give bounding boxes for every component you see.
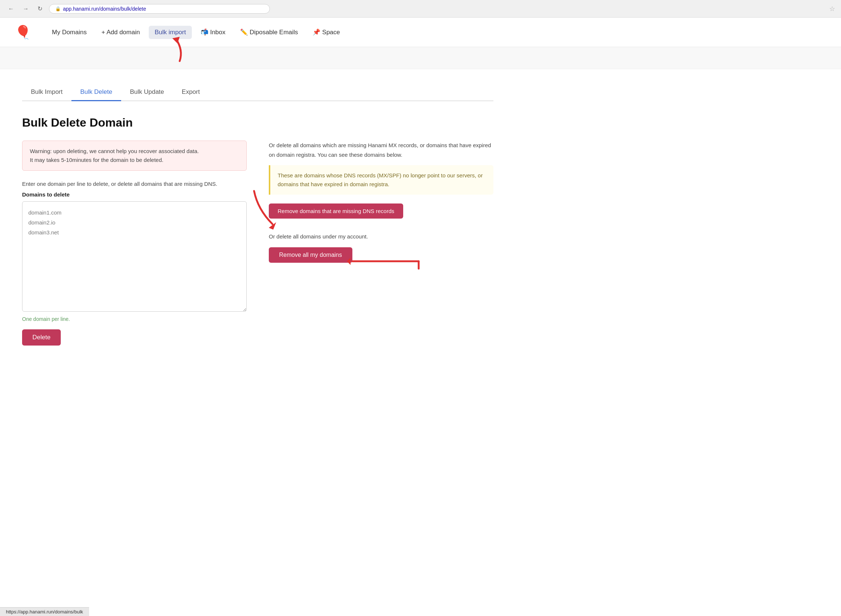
remove-all-arrow — [345, 250, 426, 272]
logo: 🎈 — [15, 26, 31, 39]
address-bar[interactable]: 🔒 app.hanami.run/domains/bulk/delete — [49, 4, 270, 14]
remove-all-button[interactable]: Remove all my domains — [269, 247, 352, 263]
refresh-button[interactable]: ↻ — [35, 4, 44, 14]
warning-box: Warning: upon deleting, we cannot help y… — [22, 141, 247, 171]
tab-bulk-update[interactable]: Bulk Update — [121, 84, 173, 101]
browser-chrome: ← → ↻ 🔒 app.hanami.run/domains/bulk/dele… — [0, 0, 841, 18]
star-button[interactable]: ☆ — [829, 5, 835, 13]
arrow-spacer — [0, 47, 841, 69]
nav-item-add-domain[interactable]: + Add domain — [96, 26, 146, 39]
tab-bulk-import[interactable]: Bulk Import — [22, 84, 71, 101]
svg-marker-1 — [269, 222, 276, 230]
address-text: app.hanami.run/domains/bulk/delete — [63, 6, 146, 12]
page-title: Bulk Delete Domain — [22, 116, 493, 129]
or-delete-all-text: Or delete all domains under my account. — [269, 232, 493, 241]
yellow-info-box: These are domains whose DNS records (MX/… — [269, 165, 493, 195]
nav-item-bulk-import[interactable]: Bulk import — [149, 26, 192, 39]
two-col-layout: Warning: upon deleting, we cannot help y… — [22, 141, 493, 346]
tabs-row: Bulk Import Bulk Delete Bulk Update Expo… — [22, 84, 493, 101]
right-col: Or delete all domains which are missing … — [269, 141, 493, 346]
right-col-text1: Or delete all domains which are missing … — [269, 141, 493, 159]
nav-item-my-domains[interactable]: My Domains — [46, 26, 93, 39]
back-button[interactable]: ← — [6, 4, 16, 14]
hint-text: One domain per line. — [22, 316, 247, 322]
top-nav: 🎈 My Domains + Add domain Bulk import 📬 … — [0, 18, 841, 47]
nav-item-inbox[interactable]: 📬 Inbox — [195, 25, 231, 39]
content-area: Bulk Import Bulk Delete Bulk Update Expo… — [0, 69, 516, 360]
tab-export[interactable]: Export — [173, 84, 209, 101]
delete-button[interactable]: Delete — [22, 329, 61, 346]
nav-item-disposable-emails[interactable]: ✏️ Diposable Emails — [234, 25, 304, 39]
nav-items: My Domains + Add domain Bulk import 📬 In… — [46, 25, 346, 39]
lock-icon: 🔒 — [55, 6, 61, 12]
domains-textarea[interactable] — [22, 201, 247, 312]
forward-button[interactable]: → — [21, 4, 31, 14]
tab-bulk-delete[interactable]: Bulk Delete — [71, 84, 121, 101]
remove-dns-button[interactable]: Remove domains that are missing DNS reco… — [269, 204, 403, 219]
instruction-text: Enter one domain per line to delete, or … — [22, 180, 247, 188]
domains-label: Domains to delete — [22, 191, 247, 198]
left-col: Warning: upon deleting, we cannot help y… — [22, 141, 247, 346]
nav-item-space[interactable]: 📌 Space — [307, 25, 346, 39]
